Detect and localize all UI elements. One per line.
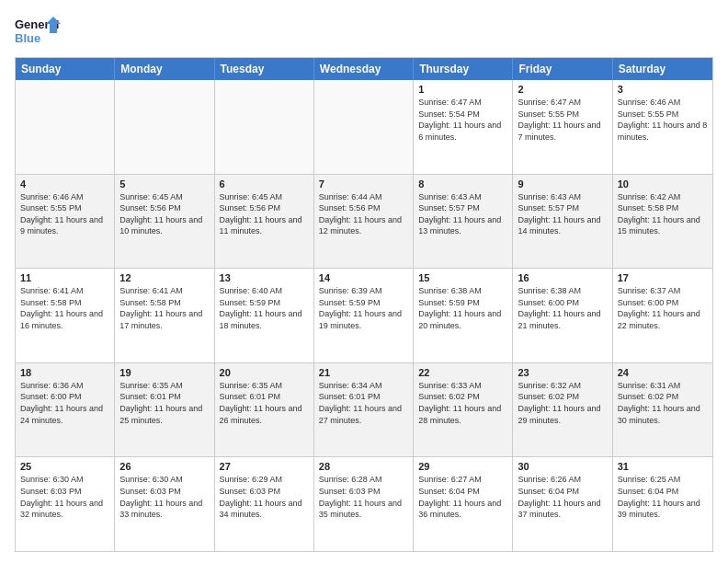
calendar-cell: 17 Sunrise: 6:37 AMSunset: 6:00 PMDaylig… — [613, 269, 712, 362]
logo: General Blue — [15, 15, 61, 48]
day-number: 30 — [518, 461, 607, 472]
cell-info: Sunrise: 6:35 AMSunset: 6:01 PMDaylight:… — [220, 380, 309, 426]
calendar-week: 11 Sunrise: 6:41 AMSunset: 5:58 PMDaylig… — [16, 269, 712, 363]
day-number: 5 — [119, 178, 209, 190]
cell-info: Sunrise: 6:47 AMSunset: 5:54 PMDaylight:… — [418, 97, 507, 143]
calendar-cell: 20 Sunrise: 6:35 AMSunset: 6:01 PMDaylig… — [215, 363, 314, 457]
calendar-cell: 7 Sunrise: 6:44 AMSunset: 5:56 PMDayligh… — [314, 175, 414, 269]
calendar-cell — [314, 80, 414, 174]
cell-info: Sunrise: 6:25 AMSunset: 6:04 PMDaylight:… — [618, 474, 708, 520]
cell-info: Sunrise: 6:45 AMSunset: 5:56 PMDaylight:… — [119, 191, 209, 237]
cell-info: Sunrise: 6:38 AMSunset: 5:59 PMDaylight:… — [418, 285, 507, 331]
cell-info: Sunrise: 6:33 AMSunset: 6:02 PMDaylight:… — [418, 380, 507, 426]
day-number: 31 — [618, 461, 708, 472]
cell-info: Sunrise: 6:40 AMSunset: 5:59 PMDaylight:… — [220, 285, 309, 331]
calendar-cell: 4 Sunrise: 6:46 AMSunset: 5:55 PMDayligh… — [16, 175, 115, 269]
calendar-cell: 27 Sunrise: 6:29 AMSunset: 6:03 PMDaylig… — [215, 457, 314, 551]
calendar-cell: 21 Sunrise: 6:34 AMSunset: 6:01 PMDaylig… — [314, 363, 414, 457]
cell-info: Sunrise: 6:42 AMSunset: 5:58 PMDaylight:… — [618, 191, 708, 237]
day-number: 4 — [20, 178, 109, 190]
cell-info: Sunrise: 6:32 AMSunset: 6:02 PMDaylight:… — [518, 380, 607, 426]
calendar-header-cell: Friday — [513, 58, 612, 80]
cell-info: Sunrise: 6:46 AMSunset: 5:55 PMDaylight:… — [20, 191, 109, 237]
cell-info: Sunrise: 6:47 AMSunset: 5:55 PMDaylight:… — [518, 97, 607, 143]
calendar-cell: 18 Sunrise: 6:36 AMSunset: 6:00 PMDaylig… — [16, 363, 115, 457]
calendar-header-cell: Monday — [115, 58, 214, 80]
calendar-cell: 23 Sunrise: 6:32 AMSunset: 6:02 PMDaylig… — [513, 363, 612, 457]
cell-info: Sunrise: 6:43 AMSunset: 5:57 PMDaylight:… — [518, 191, 607, 237]
day-number: 27 — [220, 461, 309, 472]
day-number: 1 — [418, 84, 507, 95]
calendar-cell: 13 Sunrise: 6:40 AMSunset: 5:59 PMDaylig… — [215, 269, 314, 362]
day-number: 17 — [618, 272, 708, 283]
day-number: 25 — [20, 461, 109, 472]
day-number: 14 — [319, 272, 408, 283]
calendar-cell: 28 Sunrise: 6:28 AMSunset: 6:03 PMDaylig… — [314, 457, 414, 551]
day-number: 23 — [518, 367, 607, 378]
cell-info: Sunrise: 6:45 AMSunset: 5:56 PMDaylight:… — [220, 191, 309, 237]
day-number: 8 — [418, 178, 507, 190]
logo-svg: General Blue — [15, 15, 61, 48]
calendar: SundayMondayTuesdayWednesdayThursdayFrid… — [15, 57, 713, 552]
calendar-cell: 16 Sunrise: 6:38 AMSunset: 6:00 PMDaylig… — [513, 269, 612, 362]
cell-info: Sunrise: 6:34 AMSunset: 6:01 PMDaylight:… — [319, 380, 408, 426]
page: General Blue SundayMondayTuesdayWednesda… — [0, 0, 728, 563]
calendar-cell: 26 Sunrise: 6:30 AMSunset: 6:03 PMDaylig… — [115, 457, 214, 551]
day-number: 3 — [618, 84, 708, 95]
day-number: 18 — [20, 367, 109, 378]
calendar-cell — [115, 80, 214, 174]
cell-info: Sunrise: 6:41 AMSunset: 5:58 PMDaylight:… — [20, 285, 109, 331]
cell-info: Sunrise: 6:39 AMSunset: 5:59 PMDaylight:… — [319, 285, 408, 331]
calendar-header-cell: Saturday — [613, 58, 712, 80]
day-number: 12 — [119, 272, 209, 283]
cell-info: Sunrise: 6:31 AMSunset: 6:02 PMDaylight:… — [618, 380, 708, 426]
calendar-cell: 31 Sunrise: 6:25 AMSunset: 6:04 PMDaylig… — [613, 457, 712, 551]
calendar-cell: 9 Sunrise: 6:43 AMSunset: 5:57 PMDayligh… — [513, 175, 612, 269]
cell-info: Sunrise: 6:35 AMSunset: 6:01 PMDaylight:… — [119, 380, 209, 426]
calendar-header-row: SundayMondayTuesdayWednesdayThursdayFrid… — [16, 58, 712, 80]
svg-text:Blue: Blue — [15, 31, 40, 45]
day-number: 6 — [220, 178, 309, 190]
calendar-cell: 10 Sunrise: 6:42 AMSunset: 5:58 PMDaylig… — [613, 175, 712, 269]
calendar-cell: 25 Sunrise: 6:30 AMSunset: 6:03 PMDaylig… — [16, 457, 115, 551]
day-number: 15 — [418, 272, 507, 283]
day-number: 2 — [518, 84, 607, 95]
day-number: 11 — [20, 272, 109, 283]
calendar-week: 18 Sunrise: 6:36 AMSunset: 6:00 PMDaylig… — [16, 363, 712, 458]
cell-info: Sunrise: 6:43 AMSunset: 5:57 PMDaylight:… — [418, 191, 507, 237]
cell-info: Sunrise: 6:28 AMSunset: 6:03 PMDaylight:… — [319, 474, 408, 520]
calendar-header-cell: Tuesday — [215, 58, 314, 80]
day-number: 16 — [518, 272, 607, 283]
calendar-cell: 29 Sunrise: 6:27 AMSunset: 6:04 PMDaylig… — [414, 457, 513, 551]
calendar-body: 1 Sunrise: 6:47 AMSunset: 5:54 PMDayligh… — [16, 80, 712, 551]
cell-info: Sunrise: 6:44 AMSunset: 5:56 PMDaylight:… — [319, 191, 408, 237]
calendar-cell: 3 Sunrise: 6:46 AMSunset: 5:55 PMDayligh… — [613, 80, 712, 174]
day-number: 22 — [418, 367, 507, 378]
day-number: 21 — [319, 367, 408, 378]
day-number: 26 — [119, 461, 209, 472]
cell-info: Sunrise: 6:38 AMSunset: 6:00 PMDaylight:… — [518, 285, 607, 331]
calendar-cell: 22 Sunrise: 6:33 AMSunset: 6:02 PMDaylig… — [414, 363, 513, 457]
cell-info: Sunrise: 6:36 AMSunset: 6:00 PMDaylight:… — [20, 380, 109, 426]
calendar-cell: 19 Sunrise: 6:35 AMSunset: 6:01 PMDaylig… — [115, 363, 214, 457]
day-number: 20 — [220, 367, 309, 378]
calendar-cell: 12 Sunrise: 6:41 AMSunset: 5:58 PMDaylig… — [115, 269, 214, 362]
calendar-cell — [215, 80, 314, 174]
calendar-cell: 2 Sunrise: 6:47 AMSunset: 5:55 PMDayligh… — [513, 80, 612, 174]
calendar-cell: 6 Sunrise: 6:45 AMSunset: 5:56 PMDayligh… — [215, 175, 314, 269]
calendar-week: 25 Sunrise: 6:30 AMSunset: 6:03 PMDaylig… — [16, 457, 712, 551]
calendar-cell: 15 Sunrise: 6:38 AMSunset: 5:59 PMDaylig… — [414, 269, 513, 362]
cell-info: Sunrise: 6:30 AMSunset: 6:03 PMDaylight:… — [20, 474, 109, 520]
calendar-week: 1 Sunrise: 6:47 AMSunset: 5:54 PMDayligh… — [16, 80, 712, 175]
calendar-cell: 30 Sunrise: 6:26 AMSunset: 6:04 PMDaylig… — [513, 457, 612, 551]
day-number: 29 — [418, 461, 507, 472]
cell-info: Sunrise: 6:27 AMSunset: 6:04 PMDaylight:… — [418, 474, 507, 520]
day-number: 10 — [618, 178, 708, 190]
calendar-cell: 14 Sunrise: 6:39 AMSunset: 5:59 PMDaylig… — [314, 269, 414, 362]
calendar-cell: 8 Sunrise: 6:43 AMSunset: 5:57 PMDayligh… — [414, 175, 513, 269]
cell-info: Sunrise: 6:41 AMSunset: 5:58 PMDaylight:… — [119, 285, 209, 331]
day-number: 28 — [319, 461, 408, 472]
header: General Blue — [15, 15, 713, 48]
day-number: 9 — [518, 178, 607, 190]
calendar-cell: 24 Sunrise: 6:31 AMSunset: 6:02 PMDaylig… — [613, 363, 712, 457]
